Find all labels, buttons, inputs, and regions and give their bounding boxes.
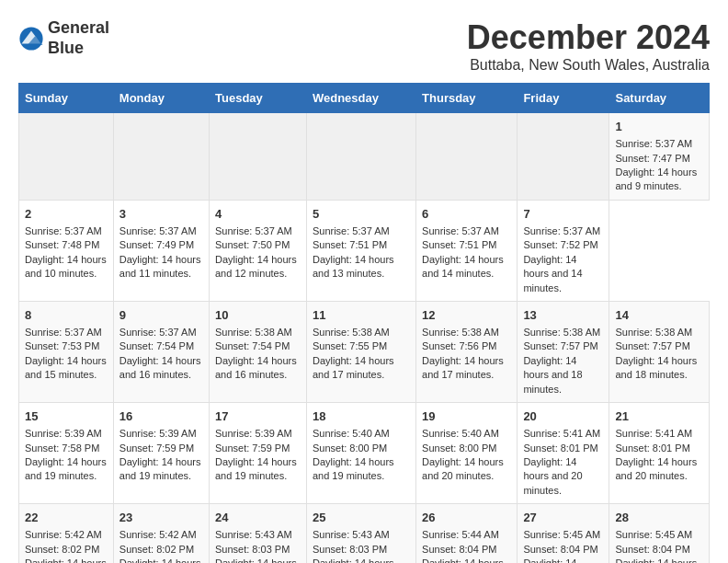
logo-line2: Blue bbox=[48, 39, 109, 59]
header: General Blue December 2024 Buttaba, New … bbox=[18, 18, 710, 74]
day-cell-15: 15Sunrise: 5:39 AMSunset: 7:58 PMDayligh… bbox=[19, 403, 114, 504]
header-cell-friday: Friday bbox=[518, 84, 609, 113]
day-cell-7: 7Sunrise: 5:37 AMSunset: 7:52 PMDaylight… bbox=[518, 200, 609, 301]
day-cell-22: 22Sunrise: 5:42 AMSunset: 8:02 PMDayligh… bbox=[19, 504, 114, 563]
logo-line1: General bbox=[48, 18, 109, 39]
day-cell-28: 28Sunrise: 5:45 AMSunset: 8:04 PMDayligh… bbox=[609, 504, 710, 563]
day-cell-26: 26Sunrise: 5:44 AMSunset: 8:04 PMDayligh… bbox=[416, 504, 518, 563]
day-cell-5: 5Sunrise: 5:37 AMSunset: 7:51 PMDaylight… bbox=[306, 200, 415, 301]
day-cell-1: 1Sunrise: 5:37 AMSunset: 7:47 PMDaylight… bbox=[609, 113, 710, 201]
empty-cell bbox=[416, 113, 518, 201]
day-cell-2: 2Sunrise: 5:37 AMSunset: 7:48 PMDaylight… bbox=[19, 200, 114, 301]
logo: General Blue bbox=[18, 18, 109, 58]
day-cell-23: 23Sunrise: 5:42 AMSunset: 8:02 PMDayligh… bbox=[113, 504, 209, 563]
header-row: SundayMondayTuesdayWednesdayThursdayFrid… bbox=[19, 84, 710, 113]
day-cell-3: 3Sunrise: 5:37 AMSunset: 7:49 PMDaylight… bbox=[113, 200, 209, 301]
day-cell-4: 4Sunrise: 5:37 AMSunset: 7:50 PMDaylight… bbox=[210, 200, 307, 301]
header-cell-monday: Monday bbox=[113, 84, 209, 113]
week-row-4: 22Sunrise: 5:42 AMSunset: 8:02 PMDayligh… bbox=[19, 504, 710, 563]
day-cell-9: 9Sunrise: 5:37 AMSunset: 7:54 PMDaylight… bbox=[113, 301, 209, 402]
header-cell-wednesday: Wednesday bbox=[306, 84, 415, 113]
day-cell-24: 24Sunrise: 5:43 AMSunset: 8:03 PMDayligh… bbox=[210, 504, 307, 563]
header-cell-sunday: Sunday bbox=[19, 84, 114, 113]
week-row-0: 1Sunrise: 5:37 AMSunset: 7:47 PMDaylight… bbox=[19, 113, 710, 201]
day-cell-8: 8Sunrise: 5:37 AMSunset: 7:53 PMDaylight… bbox=[19, 301, 114, 402]
day-cell-6: 6Sunrise: 5:37 AMSunset: 7:51 PMDaylight… bbox=[416, 200, 518, 301]
title-section: December 2024 Buttaba, New South Wales, … bbox=[467, 18, 710, 74]
week-row-3: 15Sunrise: 5:39 AMSunset: 7:58 PMDayligh… bbox=[19, 403, 710, 504]
week-row-2: 8Sunrise: 5:37 AMSunset: 7:53 PMDaylight… bbox=[19, 301, 710, 402]
week-row-1: 2Sunrise: 5:37 AMSunset: 7:48 PMDaylight… bbox=[19, 200, 710, 301]
day-cell-14: 14Sunrise: 5:38 AMSunset: 7:57 PMDayligh… bbox=[609, 301, 710, 402]
day-cell-21: 21Sunrise: 5:41 AMSunset: 8:01 PMDayligh… bbox=[609, 403, 710, 504]
day-cell-11: 11Sunrise: 5:38 AMSunset: 7:55 PMDayligh… bbox=[306, 301, 415, 402]
logo-text: General Blue bbox=[48, 18, 109, 58]
day-cell-18: 18Sunrise: 5:40 AMSunset: 8:00 PMDayligh… bbox=[306, 403, 415, 504]
day-cell-19: 19Sunrise: 5:40 AMSunset: 8:00 PMDayligh… bbox=[416, 403, 518, 504]
empty-cell bbox=[113, 113, 209, 201]
day-cell-12: 12Sunrise: 5:38 AMSunset: 7:56 PMDayligh… bbox=[416, 301, 518, 402]
calendar-table: SundayMondayTuesdayWednesdayThursdayFrid… bbox=[18, 83, 710, 563]
header-cell-saturday: Saturday bbox=[609, 84, 710, 113]
header-cell-tuesday: Tuesday bbox=[210, 84, 307, 113]
empty-cell bbox=[518, 113, 609, 201]
header-cell-thursday: Thursday bbox=[416, 84, 518, 113]
empty-cell bbox=[210, 113, 307, 201]
day-cell-13: 13Sunrise: 5:38 AMSunset: 7:57 PMDayligh… bbox=[518, 301, 609, 402]
day-cell-16: 16Sunrise: 5:39 AMSunset: 7:59 PMDayligh… bbox=[113, 403, 209, 504]
subtitle: Buttaba, New South Wales, Australia bbox=[467, 57, 710, 74]
empty-cell bbox=[306, 113, 415, 201]
empty-cell bbox=[19, 113, 114, 201]
day-cell-10: 10Sunrise: 5:38 AMSunset: 7:54 PMDayligh… bbox=[210, 301, 307, 402]
day-cell-20: 20Sunrise: 5:41 AMSunset: 8:01 PMDayligh… bbox=[518, 403, 609, 504]
day-cell-17: 17Sunrise: 5:39 AMSunset: 7:59 PMDayligh… bbox=[210, 403, 307, 504]
main-title: December 2024 bbox=[467, 18, 710, 57]
day-cell-25: 25Sunrise: 5:43 AMSunset: 8:03 PMDayligh… bbox=[306, 504, 415, 563]
logo-icon bbox=[18, 26, 44, 52]
day-cell-27: 27Sunrise: 5:45 AMSunset: 8:04 PMDayligh… bbox=[518, 504, 609, 563]
